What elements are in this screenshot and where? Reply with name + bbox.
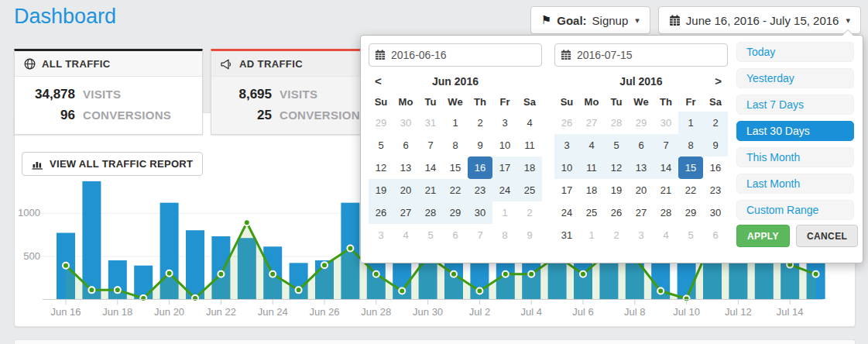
range-option-today[interactable]: Today xyxy=(736,42,854,62)
day-cell[interactable]: 29 xyxy=(443,201,468,224)
range-option-last-30-days[interactable]: Last 30 Days xyxy=(736,121,854,141)
day-cell[interactable]: 17 xyxy=(554,179,579,201)
range-option-custom-range[interactable]: Custom Range xyxy=(736,200,854,220)
day-cell[interactable]: 1 xyxy=(579,224,604,246)
start-date-input[interactable] xyxy=(369,43,542,67)
day-cell[interactable]: 9 xyxy=(517,224,542,246)
day-cell[interactable]: 15 xyxy=(678,157,703,179)
day-cell[interactable]: 8 xyxy=(492,224,517,246)
day-cell[interactable]: 25 xyxy=(517,179,542,201)
day-cell[interactable]: 8 xyxy=(678,134,703,157)
day-cell[interactable]: 16 xyxy=(468,157,492,179)
date-range-button[interactable]: June 16, 2016 - July 15, 2016 ▾ xyxy=(658,6,861,34)
day-cell[interactable]: 6 xyxy=(393,134,418,157)
day-cell[interactable]: 30 xyxy=(468,201,492,224)
day-cell[interactable]: 30 xyxy=(393,112,418,134)
day-cell[interactable]: 27 xyxy=(579,112,604,134)
day-cell[interactable]: 28 xyxy=(418,201,443,224)
prev-month-icon[interactable]: < xyxy=(370,71,386,91)
day-cell[interactable]: 1 xyxy=(443,112,468,134)
day-cell[interactable]: 13 xyxy=(629,157,654,179)
day-cell[interactable]: 5 xyxy=(369,134,393,157)
day-cell[interactable]: 5 xyxy=(604,134,629,157)
range-option-yesterday[interactable]: Yesterday xyxy=(736,68,854,88)
day-cell[interactable]: 31 xyxy=(418,112,443,134)
day-cell[interactable]: 18 xyxy=(517,157,542,179)
day-cell[interactable]: 29 xyxy=(629,112,654,134)
day-cell[interactable]: 11 xyxy=(579,157,604,179)
day-cell[interactable]: 20 xyxy=(393,179,418,201)
day-cell[interactable]: 1 xyxy=(678,112,703,134)
day-cell[interactable]: 4 xyxy=(393,224,418,246)
next-month-icon[interactable]: > xyxy=(710,71,726,91)
apply-button[interactable]: APPLY xyxy=(736,225,790,247)
day-cell[interactable]: 23 xyxy=(703,179,728,201)
day-cell[interactable]: 3 xyxy=(492,112,517,134)
day-cell[interactable]: 24 xyxy=(554,201,579,224)
day-cell[interactable]: 31 xyxy=(554,224,579,246)
day-cell[interactable]: 7 xyxy=(654,134,678,157)
day-cell[interactable]: 15 xyxy=(443,157,468,179)
day-cell[interactable]: 10 xyxy=(492,134,517,157)
day-cell[interactable]: 12 xyxy=(604,157,629,179)
day-cell[interactable]: 5 xyxy=(418,224,443,246)
day-cell[interactable]: 9 xyxy=(468,134,492,157)
day-cell[interactable]: 25 xyxy=(579,201,604,224)
day-cell[interactable]: 19 xyxy=(369,179,393,201)
day-cell[interactable]: 6 xyxy=(629,134,654,157)
day-cell[interactable]: 2 xyxy=(703,112,728,134)
day-cell[interactable]: 2 xyxy=(604,224,629,246)
day-cell[interactable]: 11 xyxy=(517,134,542,157)
day-cell[interactable]: 20 xyxy=(629,179,654,201)
view-all-traffic-report-button[interactable]: VIEW ALL TRAFFIC REPORT xyxy=(22,152,203,176)
day-cell[interactable]: 18 xyxy=(579,179,604,201)
range-option-this-month[interactable]: This Month xyxy=(736,147,854,167)
day-cell[interactable]: 2 xyxy=(468,112,492,134)
day-cell[interactable]: 29 xyxy=(369,112,393,134)
day-cell[interactable]: 26 xyxy=(604,201,629,224)
day-cell[interactable]: 17 xyxy=(492,157,517,179)
end-date-input[interactable] xyxy=(554,43,728,67)
day-cell[interactable]: 28 xyxy=(604,112,629,134)
day-cell[interactable]: 5 xyxy=(678,224,703,246)
day-cell[interactable]: 9 xyxy=(703,134,728,157)
day-cell[interactable]: 14 xyxy=(418,157,443,179)
day-cell[interactable]: 27 xyxy=(393,201,418,224)
day-cell[interactable]: 28 xyxy=(654,201,678,224)
day-cell[interactable]: 6 xyxy=(703,224,728,246)
day-cell[interactable]: 26 xyxy=(554,112,579,134)
day-cell[interactable]: 12 xyxy=(369,157,393,179)
day-cell[interactable]: 3 xyxy=(369,224,393,246)
day-cell[interactable]: 30 xyxy=(654,112,678,134)
day-cell[interactable]: 4 xyxy=(517,112,542,134)
day-cell[interactable]: 1 xyxy=(492,201,517,224)
range-option-last-month[interactable]: Last Month xyxy=(736,174,854,194)
day-cell[interactable]: 22 xyxy=(443,179,468,201)
day-cell[interactable]: 6 xyxy=(443,224,468,246)
day-cell[interactable]: 21 xyxy=(418,179,443,201)
day-cell[interactable]: 24 xyxy=(492,179,517,201)
all-traffic-card[interactable]: ALL TRAFFIC 34,878 VISITS 96 CONVERSIONS xyxy=(14,49,203,135)
day-cell[interactable]: 29 xyxy=(678,201,703,224)
day-cell[interactable]: 22 xyxy=(678,179,703,201)
day-cell[interactable]: 27 xyxy=(629,201,654,224)
day-cell[interactable]: 7 xyxy=(418,134,443,157)
goal-selector-button[interactable]: ⚑ Goal: Signup ▾ xyxy=(530,6,650,34)
day-cell[interactable]: 3 xyxy=(554,134,579,157)
day-cell[interactable]: 10 xyxy=(554,157,579,179)
day-cell[interactable]: 19 xyxy=(604,179,629,201)
range-option-last-7-days[interactable]: Last 7 Days xyxy=(736,95,854,115)
day-cell[interactable]: 26 xyxy=(369,201,393,224)
day-cell[interactable]: 16 xyxy=(703,157,728,179)
day-cell[interactable]: 7 xyxy=(468,224,492,246)
day-cell[interactable]: 21 xyxy=(654,179,678,201)
day-cell[interactable]: 3 xyxy=(629,224,654,246)
cancel-button[interactable]: CANCEL xyxy=(796,225,858,247)
day-cell[interactable]: 4 xyxy=(654,224,678,246)
day-cell[interactable]: 4 xyxy=(579,134,604,157)
day-cell[interactable]: 13 xyxy=(393,157,418,179)
day-cell[interactable]: 8 xyxy=(443,134,468,157)
day-cell[interactable]: 23 xyxy=(468,179,492,201)
day-cell[interactable]: 2 xyxy=(517,201,542,224)
day-cell[interactable]: 14 xyxy=(654,157,678,179)
